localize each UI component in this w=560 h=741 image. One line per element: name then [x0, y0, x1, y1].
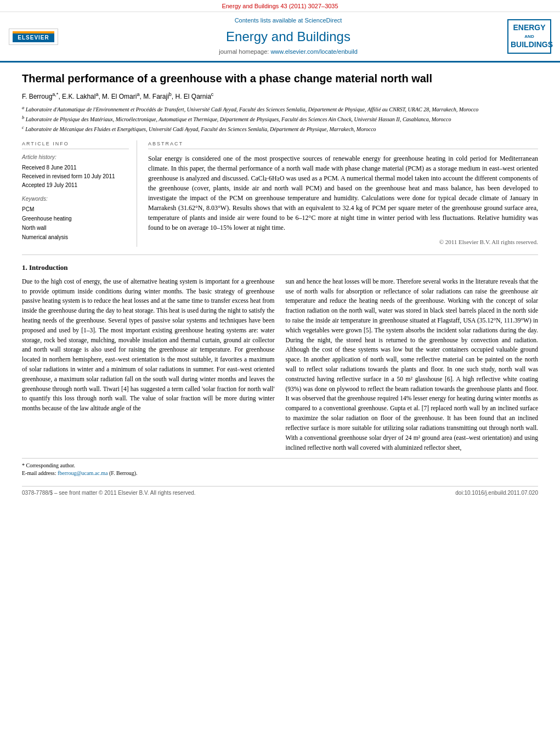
email-label: E-mail address: [22, 470, 56, 476]
footnote-email: E-mail address: fberroug@ucam.ac.ma (F. … [22, 470, 538, 477]
journal-logo-box: ENERGY AND BUILDINGS [507, 19, 551, 53]
accepted-date: Accepted 19 July 2011 [22, 181, 129, 190]
intro-body: Due to the high cost of energy, the use … [22, 277, 538, 453]
elsevier-label: ELSEVIER [13, 33, 54, 42]
abstract-heading: ABSTRACT [148, 140, 538, 150]
author-faraji: M. Faraji [143, 93, 169, 100]
author-elomari: M. El Omari [102, 93, 137, 100]
article-info-heading: ARTICLE INFO [22, 140, 129, 150]
affiliation-a: a Laboratoire d'Automatique de l'Environ… [22, 105, 538, 114]
journal-header: ELSEVIER Contents lists available at Sci… [0, 12, 560, 62]
affiliation-b: b Laboratoire de Physique des Matériaux,… [22, 115, 538, 123]
keywords-label: Keywords: [22, 195, 129, 203]
footer-bar: 0378-7788/$ – see front matter © 2011 El… [22, 486, 538, 497]
introduction-section: 1. Introduction Due to the high cost of … [22, 263, 538, 453]
received-revised-date: Received in revised form 10 July 2011 [22, 172, 129, 181]
affiliation-c: c Laboratoire de Mécanique des Fluides e… [22, 125, 538, 133]
abstract-col: ABSTRACT Solar energy is considered one … [148, 140, 538, 247]
intro-right-text: sun and hence the heat losses will be mo… [286, 277, 539, 453]
section-divider [22, 254, 538, 255]
journal-title: Energy and Buildings [69, 27, 507, 46]
intro-title: Introduction [29, 263, 68, 271]
author-elqarnia: H. El Qarnia [176, 93, 211, 100]
email-address: fberroug@ucam.ac.ma [58, 470, 108, 476]
main-content: Thermal performance of a greenhouse with… [0, 63, 560, 508]
author-berroug: F. Berroug [22, 93, 52, 100]
received-date: Received 8 June 2011 [22, 163, 129, 172]
intro-heading: 1. Introduction [22, 263, 538, 273]
copyright: © 2011 Elsevier B.V. All rights reserved… [148, 238, 538, 246]
author-lakhal: E.K. Lakhal [62, 93, 95, 100]
keyword-northwall: North wall [22, 223, 129, 233]
homepage-label: journal homepage: [219, 48, 270, 55]
article-title: Thermal performance of a greenhouse with… [22, 71, 538, 86]
keyword-pcm: PCM [22, 205, 129, 214]
footnote-star: * Corresponding author. [22, 462, 538, 470]
keywords-list: PCM Greenhouse heating North wall Numeri… [22, 205, 129, 242]
keyword-numerical: Numerical analysis [22, 233, 129, 242]
authors-line: F. Berrouga,*, E.K. Lakhala, M. El Omari… [22, 91, 538, 101]
footnote-area: * Corresponding author. E-mail address: … [22, 458, 538, 477]
journal-homepage: journal homepage: www.elsevier.com/locat… [69, 48, 507, 56]
keyword-greenhouse: Greenhouse heating [22, 214, 129, 223]
journal-logo-right: ENERGY AND BUILDINGS [507, 19, 551, 53]
intro-left-text: Due to the high cost of energy, the use … [22, 277, 275, 453]
journal-center: Contents lists available at ScienceDirec… [69, 16, 507, 56]
footer-doi: doi:10.1016/j.enbuild.2011.07.020 [455, 489, 538, 497]
intro-number: 1. [22, 263, 27, 271]
abstract-body: Solar energy is considered one of the mo… [148, 154, 538, 233]
article-dates: Received 8 June 2011 Received in revised… [22, 163, 129, 190]
homepage-url: www.elsevier.com/locate/enbuild [270, 48, 357, 55]
sciencedirect-text: Contents lists available at ScienceDirec… [69, 16, 507, 25]
top-bar: Energy and Buildings 43 (2011) 3027–3035 [0, 0, 560, 12]
info-abstract-section: ARTICLE INFO Article history: Received 8… [22, 140, 538, 247]
journal-citation: Energy and Buildings 43 (2011) 3027–3035 [222, 3, 338, 9]
article-info-col: ARTICLE INFO Article history: Received 8… [22, 140, 137, 247]
logo-buildings: BUILDINGS [511, 39, 548, 50]
elsevier-logo: ELSEVIER [9, 29, 58, 45]
logo-and: AND [524, 34, 534, 39]
history-label: Article history: [22, 154, 129, 161]
logo-energy: ENERGY [511, 22, 548, 33]
footer-issn: 0378-7788/$ – see front matter © 2011 El… [22, 489, 196, 497]
email-suffix: (F. Berroug). [109, 470, 138, 476]
affiliations: a Laboratoire d'Automatique de l'Environ… [22, 105, 538, 134]
